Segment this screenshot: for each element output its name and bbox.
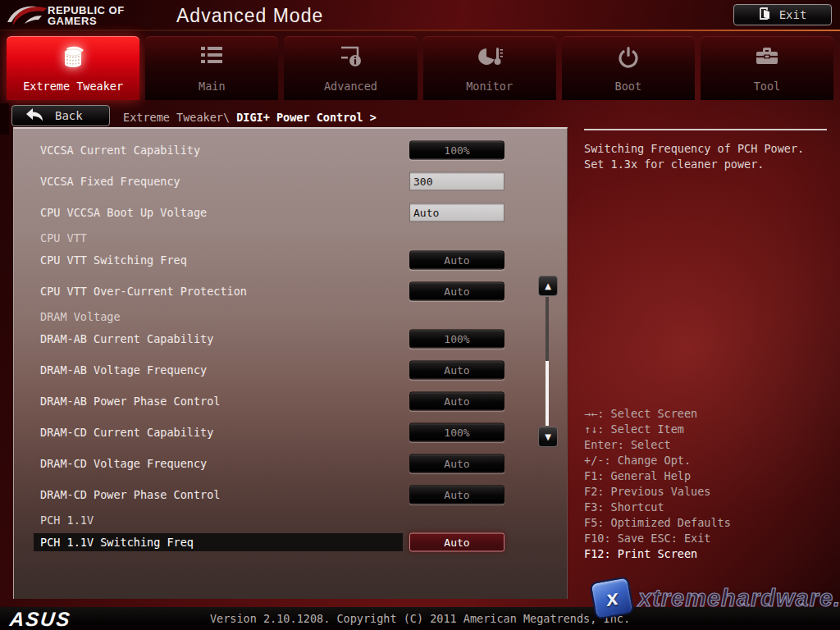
watermark-text: xtremehardware.it xyxy=(638,585,840,612)
help-separator xyxy=(584,129,827,130)
setting-label: DRAM-CD Voltage Frequency xyxy=(34,454,403,472)
setting-label: PCH 1.1V Switching Freq xyxy=(34,533,403,551)
setting-dropdown[interactable]: Auto xyxy=(409,454,504,473)
setting-row-dram-ab-power-phase-control[interactable]: DRAM-AB Power Phase ControlAuto xyxy=(14,386,567,417)
setting-dropdown[interactable]: Auto xyxy=(409,486,504,504)
tweaker-icon xyxy=(58,45,88,75)
help-line: Switching Frequency of PCH Power. xyxy=(584,141,804,157)
toolbox-icon xyxy=(753,45,781,71)
legend-line: F10: Save ESC: Exit xyxy=(584,531,731,546)
tab-advanced[interactable]: Advanced xyxy=(284,36,417,100)
legend-line: F12: Print Screen xyxy=(584,546,731,562)
power-icon xyxy=(616,45,641,73)
setting-label: VCCSA Current Capability xyxy=(34,141,403,159)
breadcrumb-current: DIGI+ Power Control > xyxy=(236,111,377,124)
setting-row-cpu-vtt-switching-freq[interactable]: CPU VTT Switching FreqAuto xyxy=(14,244,567,276)
scroll-down-button[interactable]: ▼ xyxy=(538,427,558,447)
tab-extreme-tweaker[interactable]: Extreme Tweaker xyxy=(7,36,139,100)
setting-row-vccsa-current-capability[interactable]: VCCSA Current Capability100% xyxy=(14,135,567,166)
list-icon xyxy=(199,45,224,70)
header-accent-line xyxy=(0,30,840,31)
tab-label: Boot xyxy=(615,80,642,93)
setting-row-dram-cd-power-phase-control[interactable]: DRAM-CD Power Phase ControlAuto xyxy=(14,479,567,510)
setting-row-dram-ab-voltage-frequency[interactable]: DRAM-AB Voltage FrequencyAuto xyxy=(14,354,567,386)
setting-row-dram-ab-current-capability[interactable]: DRAM-AB Current Capability100% xyxy=(14,323,567,354)
tab-label: Advanced xyxy=(324,80,377,93)
page-title: Advanced Mode xyxy=(176,5,323,27)
bios-screen: REPUBLIC OF GAMERS Advanced Mode Exit Ex… xyxy=(0,0,840,630)
monitor-icon xyxy=(476,45,504,73)
back-button[interactable]: Back xyxy=(11,105,110,126)
back-arrow-icon xyxy=(25,107,43,124)
setting-row-dram-cd-voltage-frequency[interactable]: DRAM-CD Voltage FrequencyAuto xyxy=(14,448,567,479)
exit-button[interactable]: Exit xyxy=(733,4,832,25)
legend-line: F5: Optimized Defaults xyxy=(584,515,731,531)
tab-label: Main xyxy=(199,80,226,93)
setting-input[interactable] xyxy=(409,172,504,191)
setting-label: DRAM-CD Current Capability xyxy=(34,423,403,441)
tab-boot[interactable]: Boot xyxy=(562,36,695,100)
help-text: Switching Frequency of PCH Power. Set 1.… xyxy=(584,141,804,172)
tab-main[interactable]: Main xyxy=(145,36,278,100)
exit-icon xyxy=(759,7,771,23)
setting-label: DRAM-AB Current Capability xyxy=(34,330,403,348)
setting-dropdown[interactable]: 100% xyxy=(409,423,504,442)
up-arrow-icon: ▲ xyxy=(545,281,551,290)
legend-line: F2: Previous Values xyxy=(584,484,731,500)
settings-panel: VCCSA Current Capability100%VCCSA Fixed … xyxy=(13,127,568,599)
setting-dropdown[interactable]: Auto xyxy=(409,392,504,411)
settings-list: VCCSA Current Capability100%VCCSA Fixed … xyxy=(14,135,567,558)
legend-line: ↑↓: Select Item xyxy=(584,422,731,437)
setting-label: VCCSA Fixed Frequency xyxy=(34,172,403,190)
legend-line: F1: General Help xyxy=(584,468,731,484)
legend-line: →←: Select Screen xyxy=(584,406,731,422)
watermark-badge-icon: x xyxy=(589,576,634,620)
tab-monitor[interactable]: Monitor xyxy=(423,36,556,100)
tab-bar: Extreme TweakerMainAdvancedMonitorBootTo… xyxy=(7,36,833,100)
setting-row-pch-1-1v-switching-freq[interactable]: PCH 1.1V Switching FreqAuto xyxy=(14,527,567,558)
setting-label: CPU VTT Over-Current Protection xyxy=(34,282,403,300)
setting-dropdown[interactable]: Auto xyxy=(409,251,504,270)
key-legend: →←: Select Screen↑↓: Select ItemEnter: S… xyxy=(584,406,731,562)
legend-line: Enter: Select xyxy=(584,437,731,453)
header-bar: REPUBLIC OF GAMERS Advanced Mode Exit xyxy=(0,0,840,31)
exit-label: Exit xyxy=(779,8,807,21)
section-header-pch-1-1v: PCH 1.1V xyxy=(14,510,567,527)
setting-row-cpu-vccsa-boot-up-voltage[interactable]: CPU VCCSA Boot Up Voltage xyxy=(14,197,567,228)
breadcrumb-root: Extreme Tweaker\ xyxy=(123,111,236,124)
setting-label: DRAM-AB Voltage Frequency xyxy=(34,361,403,379)
setting-dropdown[interactable]: Auto xyxy=(409,533,504,552)
legend-line: +/-: Change Opt. xyxy=(584,453,731,468)
setting-row-cpu-vtt-over-current-protection[interactable]: CPU VTT Over-Current ProtectionAuto xyxy=(14,276,567,307)
setting-dropdown[interactable]: 100% xyxy=(409,330,504,349)
scroll-up-button[interactable]: ▲ xyxy=(538,276,558,296)
setting-label: DRAM-AB Power Phase Control xyxy=(34,392,403,410)
setting-dropdown[interactable]: Auto xyxy=(409,282,504,301)
section-header-dram-voltage: DRAM Voltage xyxy=(14,307,567,323)
back-label: Back xyxy=(55,109,83,122)
setting-label: CPU VCCSA Boot Up Voltage xyxy=(34,203,403,221)
down-arrow-icon: ▼ xyxy=(545,432,551,441)
setting-label: CPU VTT Switching Freq xyxy=(34,251,403,269)
tab-label: Tool xyxy=(754,80,781,93)
legend-line: F3: Shortcut xyxy=(584,500,731,515)
help-line: Set 1.3x for cleaner power. xyxy=(584,157,804,172)
rog-logo-icon xyxy=(7,2,48,32)
advanced-icon xyxy=(336,45,364,71)
asus-logo: ASUS xyxy=(9,608,73,630)
watermark: x xtremehardware.it xyxy=(592,579,840,617)
setting-input[interactable] xyxy=(409,203,504,222)
scrollbar-track[interactable] xyxy=(546,297,549,361)
setting-row-vccsa-fixed-frequency[interactable]: VCCSA Fixed Frequency xyxy=(14,166,567,197)
setting-dropdown[interactable]: Auto xyxy=(409,361,504,380)
setting-row-dram-cd-current-capability[interactable]: DRAM-CD Current Capability100% xyxy=(14,417,567,448)
tab-label: Extreme Tweaker xyxy=(23,80,123,93)
tab-tool[interactable]: Tool xyxy=(701,36,833,100)
setting-dropdown[interactable]: 100% xyxy=(409,141,504,160)
setting-label: DRAM-CD Power Phase Control xyxy=(34,486,403,504)
scrollbar-thumb[interactable] xyxy=(546,361,549,426)
section-header-cpu-vtt: CPU VTT xyxy=(14,228,567,244)
tab-label: Monitor xyxy=(466,80,513,93)
brand-text: REPUBLIC OF GAMERS xyxy=(48,5,125,26)
breadcrumb: Extreme Tweaker\ DIGI+ Power Control > xyxy=(123,111,377,124)
